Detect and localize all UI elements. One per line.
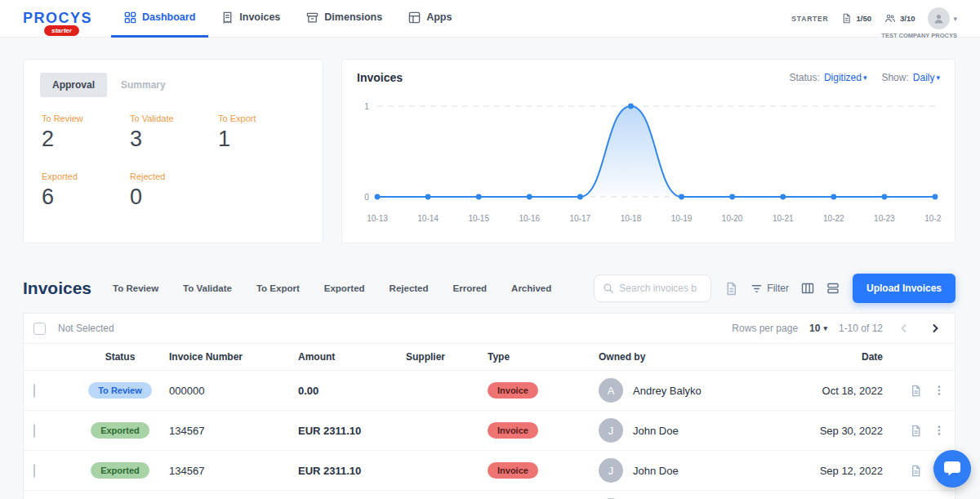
rows-per-page-dropdown[interactable]: 10▾ (809, 323, 827, 334)
svg-text:10-18: 10-18 (621, 214, 642, 223)
invoices-tab-to-review[interactable]: To Review (113, 283, 158, 293)
chart-header: Invoices Status: Digitized▾ Show: Daily▾ (357, 71, 940, 84)
owner-name: John Doe (633, 465, 679, 477)
column-header-amount: Amount (298, 351, 406, 363)
table-row[interactable] (24, 491, 955, 499)
stat-value: 3 (130, 127, 218, 152)
export-doc-button[interactable] (724, 282, 738, 296)
tab-summary[interactable]: Summary (109, 73, 178, 97)
stat-label: To Validate (130, 114, 218, 123)
invoice-amount: EUR 2311.10 (298, 425, 406, 437)
search-icon (603, 283, 614, 294)
invoices-tab-to-validate[interactable]: To Validate (183, 283, 232, 293)
next-page-button[interactable] (925, 322, 945, 335)
invoices-tab-exported[interactable]: Exported (324, 283, 365, 293)
chat-icon (942, 459, 962, 479)
approval-stats: To Review2To Validate3To Export1Exported… (40, 114, 306, 210)
chevron-down-icon: ▾ (953, 15, 957, 23)
nav-item-label: Apps (426, 11, 452, 23)
pagination: Rows per page 10▾ 1-10 of 12 (732, 322, 945, 335)
owner-name: Andrey Balyko (633, 385, 702, 397)
stat-value: 0 (130, 185, 218, 210)
svg-text:10-19: 10-19 (671, 214, 693, 223)
rows-per-page-label: Rows per page (732, 323, 798, 334)
invoices-line-chart: 1010-1310-1410-1510-1610-1710-1810-1910-… (357, 89, 942, 233)
table-header-row: StatusInvoice NumberAmountSupplierTypeOw… (24, 344, 955, 371)
invoice-number: 000000 (169, 385, 298, 397)
row-menu-icon[interactable] (933, 384, 945, 397)
nav-item-dashboard[interactable]: Dashboard (111, 0, 208, 38)
tab-approval[interactable]: Approval (40, 73, 107, 97)
svg-text:10-16: 10-16 (519, 214, 540, 223)
chevron-down-icon: ▾ (936, 74, 940, 82)
rows-button[interactable] (826, 282, 840, 295)
invoices-icon (221, 11, 234, 24)
stat-value: 6 (42, 185, 130, 210)
document-preview-icon[interactable] (910, 425, 922, 437)
stat-label: Rejected (130, 172, 218, 181)
dashboard-icon (124, 11, 136, 24)
account-menu[interactable]: ▾ TEST COMPANY PROCYS (928, 7, 957, 29)
stat-label: To Export (218, 114, 306, 123)
columns-button[interactable] (801, 282, 814, 295)
search-input[interactable] (619, 283, 702, 294)
row-checkbox[interactable] (33, 464, 35, 478)
columns-icon (801, 282, 814, 295)
invoice-number: 134567 (169, 425, 298, 437)
svg-text:0: 0 (364, 193, 369, 202)
svg-text:10-22: 10-22 (823, 214, 844, 223)
table-row[interactable]: Exported134567EUR 2311.10InvoiceJJohn Do… (24, 451, 955, 491)
stat-label: To Review (42, 114, 130, 123)
logo[interactable]: PROCYS starter (23, 10, 87, 27)
table-controls: Not Selected Rows per page 10▾ 1-10 of 1… (24, 314, 955, 344)
stat-label: Exported (42, 172, 130, 181)
nav-item-dimensions[interactable]: Dimensions (293, 0, 395, 38)
chart-controls: Status: Digitized▾ Show: Daily▾ (790, 72, 940, 83)
row-checkbox[interactable] (33, 424, 35, 438)
show-dropdown[interactable]: Daily▾ (913, 72, 940, 83)
invoice-date: Sep 30, 2022 (760, 425, 883, 437)
prev-page-button[interactable] (894, 322, 914, 335)
user-avatar (928, 7, 950, 29)
toolbar: Filter (724, 282, 840, 296)
invoices-tab-to-export[interactable]: To Export (256, 283, 300, 293)
status-dropdown[interactable]: Digitized▾ (824, 72, 867, 83)
docs-quota: 1/50 (841, 13, 871, 24)
approval-tabs: ApprovalSummary (40, 73, 306, 97)
type-badge: Invoice (488, 422, 538, 439)
column-header-invoice-number: Invoice Number (169, 351, 298, 363)
owner-name: John Doe (633, 425, 679, 437)
status-label: Status: (790, 72, 820, 83)
nav-item-invoices[interactable]: Invoices (208, 0, 293, 38)
stat-rejected: Rejected0 (130, 172, 218, 210)
document-preview-icon[interactable] (910, 465, 922, 477)
row-checkbox[interactable] (33, 384, 35, 398)
dimensions-icon (306, 11, 318, 24)
document-preview-icon[interactable] (910, 385, 922, 397)
status-badge: Exported (91, 422, 149, 439)
users-quota-value: 3/10 (900, 14, 915, 23)
invoices-tab-errored[interactable]: Errored (453, 283, 488, 293)
nav-item-apps[interactable]: Apps (395, 0, 465, 38)
main-nav: DashboardInvoicesDimensionsApps (111, 0, 465, 38)
plan-name: STARTER (791, 15, 828, 23)
users-quota: 3/10 (884, 13, 915, 24)
nav-item-label: Dimensions (324, 11, 382, 23)
table-row[interactable]: To Review0000000.00InvoiceAAndrey Balyko… (24, 371, 955, 411)
invoices-tab-rejected[interactable]: Rejected (390, 283, 429, 293)
filter-button[interactable]: Filter (751, 283, 789, 295)
upload-invoices-button[interactable]: Upload Invoices (853, 274, 956, 303)
table-row[interactable]: Exported134567EUR 2311.10InvoiceJJohn Do… (24, 411, 955, 451)
toolbar-label: Filter (767, 283, 789, 294)
chat-bubble-button[interactable] (933, 450, 971, 488)
show-label: Show: (881, 72, 908, 83)
row-menu-icon[interactable] (933, 424, 945, 437)
owner-avatar: J (599, 418, 623, 443)
top-navbar: PROCYS starter DashboardInvoicesDimensio… (0, 0, 980, 38)
column-header-date: Date (760, 351, 883, 363)
logo-text: PROCYS (23, 10, 87, 27)
invoices-tab-archived[interactable]: Archived (511, 283, 551, 293)
select-all-checkbox[interactable] (33, 323, 46, 335)
export-doc-icon (724, 282, 738, 296)
type-badge: Invoice (488, 382, 538, 399)
